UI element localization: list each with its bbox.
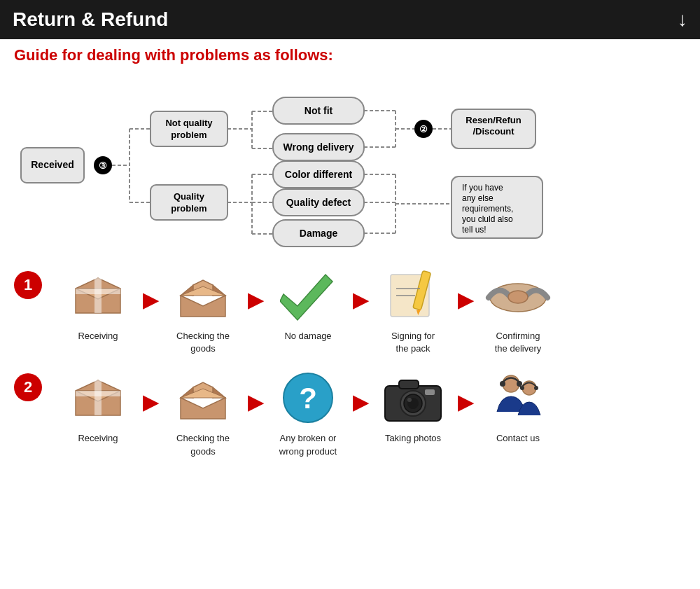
step-label-photos: Taking photos bbox=[385, 432, 441, 445]
arrow-r2-3-4: ▶ bbox=[357, 391, 364, 414]
svg-rect-73 bbox=[94, 380, 102, 415]
svg-text:requirements,: requirements, bbox=[462, 204, 513, 214]
svg-point-90 bbox=[500, 381, 505, 387]
svg-marker-58 bbox=[181, 296, 225, 317]
svg-text:problem: problem bbox=[171, 130, 206, 140]
box-open-icon bbox=[168, 264, 238, 327]
step-broken: ? Any broken orwrong product bbox=[259, 366, 357, 457]
step-contact: Contact us bbox=[469, 366, 567, 445]
flowchart: Received ③ Not quality problem Quality p… bbox=[14, 73, 686, 258]
arrow-r2-2-3: ▶ bbox=[252, 391, 259, 414]
step-label-contact: Contact us bbox=[496, 432, 540, 445]
svg-text:problem: problem bbox=[171, 203, 206, 214]
step-number-1: 1 bbox=[14, 271, 42, 299]
arrow-r2-4-5: ▶ bbox=[462, 391, 469, 414]
svg-rect-56 bbox=[94, 278, 102, 313]
svg-point-70 bbox=[508, 291, 528, 303]
step-no-damage: No damage bbox=[259, 264, 357, 342]
person-headset-icon bbox=[483, 366, 553, 429]
svg-rect-74 bbox=[76, 391, 120, 396]
checkmark-icon bbox=[273, 264, 343, 327]
question-icon: ? bbox=[273, 366, 343, 429]
step-signing: Signing forthe pack bbox=[364, 264, 462, 355]
svg-text:/Discount: /Discount bbox=[472, 126, 514, 137]
step-receiving-2: Receiving bbox=[49, 366, 147, 445]
step-label-no-damage: No damage bbox=[284, 330, 331, 342]
svg-text:Color different: Color different bbox=[285, 169, 353, 180]
svg-text:?: ? bbox=[299, 382, 317, 415]
box-closed-icon-2 bbox=[63, 366, 133, 429]
svg-text:Received: Received bbox=[31, 159, 74, 170]
step-checking-2: Checking thegoods bbox=[154, 366, 252, 457]
svg-point-95 bbox=[534, 386, 538, 390]
process-row-1: 1 Receiving ▶ bbox=[14, 264, 686, 355]
svg-rect-8 bbox=[150, 111, 227, 146]
step-receiving-1: Receiving bbox=[49, 264, 147, 342]
step-label-confirming: Confirmingthe delivery bbox=[495, 330, 541, 355]
svg-rect-88 bbox=[425, 389, 435, 395]
guide-title: Guide for dealing with problems as follo… bbox=[14, 46, 686, 64]
step-label-checking-1: Checking thegoods bbox=[176, 330, 230, 355]
svg-rect-11 bbox=[150, 185, 227, 220]
arrow-1-2: ▶ bbox=[147, 289, 154, 312]
step-label-broken: Any broken orwrong product bbox=[279, 432, 337, 457]
box-closed-icon bbox=[63, 264, 133, 327]
arrow-4-5: ▶ bbox=[462, 289, 469, 312]
header: Return & Refund ↓ bbox=[0, 0, 700, 39]
svg-text:③: ③ bbox=[99, 160, 107, 171]
process-section: 1 Receiving ▶ bbox=[0, 264, 700, 458]
svg-rect-57 bbox=[76, 289, 120, 294]
arrow-2-3: ▶ bbox=[252, 289, 259, 312]
step-photos: Taking photos bbox=[364, 366, 462, 445]
svg-text:If you have: If you have bbox=[462, 183, 503, 193]
step-checking-1: Checking thegoods bbox=[154, 264, 252, 355]
svg-point-94 bbox=[520, 386, 524, 390]
svg-text:Not quality: Not quality bbox=[165, 118, 213, 128]
camera-icon bbox=[378, 366, 448, 429]
svg-point-86 bbox=[407, 398, 412, 402]
svg-text:Damage: Damage bbox=[300, 228, 338, 239]
step-label-receiving-2: Receiving bbox=[78, 432, 118, 445]
process-row-2: 2 Receiving ▶ bbox=[14, 366, 686, 457]
step-confirming: Confirmingthe delivery bbox=[469, 264, 567, 355]
step-label-signing: Signing forthe pack bbox=[391, 330, 435, 355]
svg-text:tell us!: tell us! bbox=[462, 225, 486, 235]
pencil-sign-icon bbox=[378, 264, 448, 327]
svg-text:Quality defect: Quality defect bbox=[286, 197, 351, 208]
svg-text:you cluld also: you cluld also bbox=[462, 214, 513, 224]
svg-rect-87 bbox=[399, 380, 419, 389]
svg-marker-63 bbox=[280, 275, 332, 320]
box-open-icon-2 bbox=[168, 366, 238, 429]
svg-text:any else: any else bbox=[462, 193, 493, 203]
page-title: Return & Refund bbox=[13, 8, 168, 31]
svg-text:Resen/Refun: Resen/Refun bbox=[465, 115, 522, 125]
step-label-checking-2: Checking thegoods bbox=[176, 432, 230, 457]
svg-text:Not fit: Not fit bbox=[304, 105, 333, 116]
guide-section: Guide for dealing with problems as follo… bbox=[0, 39, 700, 263]
step-label-receiving-1: Receiving bbox=[78, 330, 118, 342]
arrow-3-4: ▶ bbox=[357, 289, 364, 312]
process-steps-row2: Receiving ▶ Checking thegoods bbox=[49, 366, 567, 457]
process-steps-row1: Receiving ▶ bbox=[49, 264, 567, 355]
svg-text:②: ② bbox=[419, 124, 428, 134]
svg-text:Quality: Quality bbox=[174, 191, 205, 202]
arrow-r2-1-2: ▶ bbox=[147, 391, 154, 414]
svg-text:Wrong delivery: Wrong delivery bbox=[284, 141, 354, 153]
handshake-icon bbox=[483, 264, 553, 327]
svg-marker-75 bbox=[181, 398, 225, 419]
step-number-2: 2 bbox=[14, 373, 42, 401]
down-arrow-icon: ↓ bbox=[678, 8, 687, 31]
